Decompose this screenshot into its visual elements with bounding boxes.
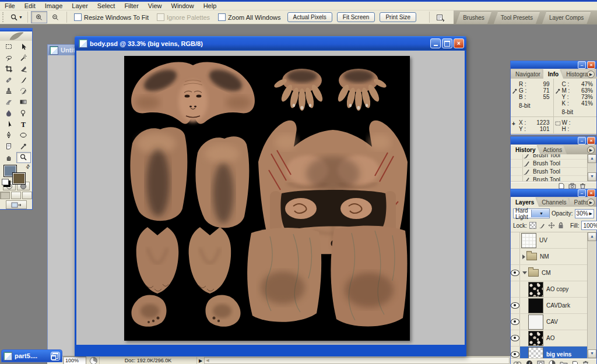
crop-tool[interactable] bbox=[1, 63, 16, 75]
scroll-up-icon[interactable]: ▲ bbox=[588, 154, 596, 163]
healing-brush-tool[interactable] bbox=[1, 75, 16, 86]
lock-transparency-icon[interactable] bbox=[529, 222, 536, 229]
minimize-button[interactable] bbox=[430, 38, 441, 48]
background-color-swatch[interactable] bbox=[12, 172, 26, 185]
expand-collapsed-icon[interactable] bbox=[522, 255, 525, 259]
layer-name[interactable]: big veins bbox=[546, 351, 571, 358]
layer-row-cav[interactable]: CAV bbox=[511, 314, 588, 330]
layer-thumbnail[interactable] bbox=[528, 314, 543, 330]
new-layer-icon[interactable] bbox=[572, 361, 578, 364]
layer-style-icon[interactable]: f bbox=[526, 360, 533, 364]
lock-position-icon[interactable] bbox=[548, 222, 555, 229]
palette-menu-button[interactable]: ▶ bbox=[587, 70, 595, 78]
spinner-arrow-icon[interactable]: ▶ bbox=[589, 211, 592, 216]
blur-tool[interactable] bbox=[1, 108, 16, 119]
layer-thumbnail[interactable] bbox=[528, 298, 543, 313]
layer-name[interactable]: AO bbox=[546, 335, 554, 341]
hand-tool[interactable] bbox=[1, 152, 16, 163]
checkbox-box[interactable] bbox=[218, 13, 226, 21]
menu-image[interactable]: Image bbox=[40, 2, 68, 9]
group-name[interactable]: CM bbox=[542, 270, 551, 276]
menu-file[interactable]: File bbox=[0, 2, 20, 9]
menu-layer[interactable]: Layer bbox=[67, 2, 93, 9]
layers-scrollbar[interactable]: ▲ ▼ bbox=[587, 232, 596, 358]
visibility-toggle[interactable] bbox=[511, 281, 520, 297]
eraser-tool[interactable] bbox=[1, 97, 16, 108]
group-row-nm[interactable]: NM bbox=[511, 249, 588, 265]
eye-icon[interactable] bbox=[511, 351, 519, 358]
pen-tool[interactable] bbox=[1, 130, 16, 141]
dodge-tool[interactable] bbox=[16, 108, 31, 119]
scroll-down-icon[interactable]: ▼ bbox=[588, 172, 596, 181]
layer-thumbnail[interactable] bbox=[528, 331, 543, 346]
history-item[interactable]: Brush Tool bbox=[511, 154, 588, 160]
type-tool[interactable]: T bbox=[16, 119, 31, 130]
layer-row-ao-copy[interactable]: AO copy bbox=[511, 281, 588, 298]
layer-name[interactable]: UV bbox=[539, 237, 547, 243]
tab-history[interactable]: History bbox=[511, 145, 540, 154]
lock-pixels-icon[interactable] bbox=[539, 222, 546, 229]
layers-palette-titlebar[interactable]: – × bbox=[511, 189, 596, 197]
new-group-icon[interactable] bbox=[560, 361, 568, 364]
default-colors-icon[interactable] bbox=[2, 179, 9, 185]
gradient-tool[interactable] bbox=[16, 97, 31, 108]
fill-field[interactable]: 100%▶ bbox=[581, 221, 597, 230]
resize-windows-checkbox[interactable]: Resize Windows To Fit bbox=[74, 13, 149, 21]
dropdown-arrow-icon[interactable]: ▼ bbox=[531, 210, 549, 217]
fit-screen-button[interactable]: Fit Screen bbox=[337, 12, 375, 22]
palette-menu-button[interactable]: ▶ bbox=[587, 146, 595, 154]
options-grip[interactable] bbox=[2, 12, 6, 22]
imageready-button[interactable] bbox=[6, 200, 27, 209]
info-palette-titlebar[interactable]: – × bbox=[511, 61, 596, 69]
history-brush-tool[interactable] bbox=[16, 86, 31, 97]
history-item[interactable]: Brush Tool bbox=[511, 168, 588, 176]
status-menu-arrow[interactable]: ▶ bbox=[197, 358, 204, 363]
zoom-out-button[interactable] bbox=[47, 11, 64, 23]
minimize-button[interactable]: – bbox=[578, 61, 586, 69]
zoom-percent-field[interactable]: 100% bbox=[63, 356, 86, 364]
current-tool-zoom[interactable]: ▼ bbox=[8, 11, 24, 23]
clone-stamp-tool[interactable] bbox=[1, 86, 16, 97]
document-titlebar[interactable]: body.psd @ 33.3% (big veins, RGB/8) × bbox=[75, 36, 466, 51]
untitled-titlebar[interactable]: Untitl bbox=[48, 45, 76, 55]
layer-thumbnail[interactable] bbox=[521, 233, 536, 248]
minimize-button[interactable]: – bbox=[578, 137, 586, 144]
scroll-left-icon[interactable]: ◀ bbox=[205, 358, 209, 363]
blend-mode-select[interactable]: Hard Light ▼ bbox=[513, 208, 550, 218]
tab-navigator[interactable]: Navigator bbox=[511, 70, 545, 79]
doc-size-status[interactable]: Doc: 192.0K/296.0K bbox=[99, 357, 197, 364]
menu-edit[interactable]: Edit bbox=[20, 2, 40, 9]
link-icon[interactable] bbox=[513, 361, 522, 364]
path-selection-tool[interactable] bbox=[1, 119, 16, 130]
brush-tool[interactable] bbox=[16, 75, 31, 86]
close-button[interactable]: × bbox=[587, 189, 595, 197]
move-tool[interactable] bbox=[16, 41, 31, 52]
layer-row-big-veins[interactable]: big veins bbox=[511, 347, 588, 359]
close-button[interactable]: × bbox=[587, 137, 595, 144]
well-tab-tool-presets[interactable]: Tool Presets bbox=[494, 12, 540, 24]
document-window[interactable]: body.psd @ 33.3% (big veins, RGB/8) × bbox=[75, 36, 466, 356]
menu-select[interactable]: Select bbox=[93, 2, 120, 9]
layer-name[interactable]: CAV bbox=[546, 319, 558, 325]
layer-row-ao[interactable]: AO bbox=[511, 330, 588, 347]
eye-icon[interactable] bbox=[511, 302, 519, 309]
fullscreen-button[interactable] bbox=[22, 192, 32, 199]
file-browser-button[interactable] bbox=[433, 11, 449, 23]
minimize-button[interactable]: – bbox=[578, 189, 586, 197]
tab-layers[interactable]: Layers bbox=[511, 197, 539, 207]
history-item[interactable]: Brush Tool bbox=[511, 160, 588, 168]
tab-info[interactable]: Info bbox=[543, 69, 563, 79]
minimized-window-part5[interactable]: part5.... bbox=[1, 349, 62, 362]
visibility-toggle[interactable] bbox=[511, 232, 520, 248]
visibility-toggle[interactable] bbox=[511, 249, 520, 264]
maximize-button[interactable] bbox=[442, 38, 452, 48]
menu-filter[interactable]: Filter bbox=[120, 2, 143, 9]
actual-pixels-button[interactable]: Actual Pixels bbox=[287, 12, 332, 22]
canvas[interactable] bbox=[124, 56, 410, 341]
visibility-toggle[interactable] bbox=[511, 265, 520, 281]
zoom-tool[interactable] bbox=[16, 152, 31, 163]
scroll-up-icon[interactable]: ▲ bbox=[588, 232, 596, 241]
well-tab-layer-comps[interactable]: Layer Comps bbox=[542, 12, 591, 24]
scroll-down-icon[interactable]: ▼ bbox=[588, 349, 596, 358]
close-button[interactable]: × bbox=[454, 38, 464, 48]
